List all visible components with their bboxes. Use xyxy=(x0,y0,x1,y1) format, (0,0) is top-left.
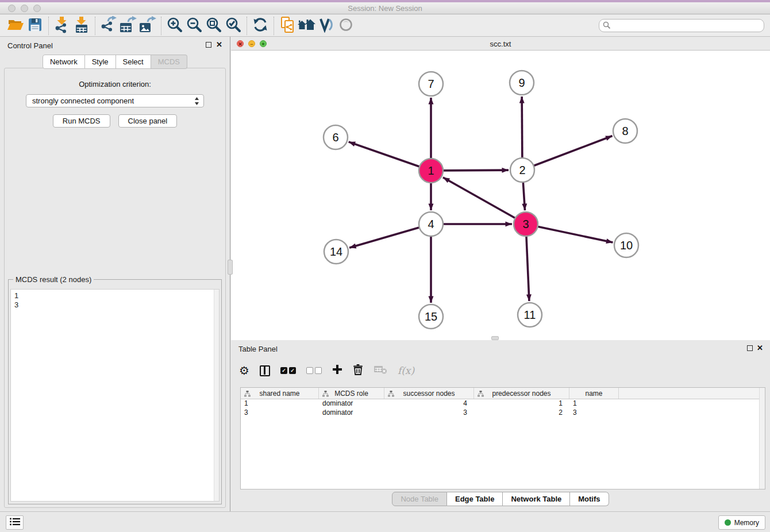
graph-node-label: 14 xyxy=(330,245,342,258)
export-image-button[interactable] xyxy=(138,17,157,35)
import-table-icon xyxy=(74,16,90,36)
deselect-all-columns-button[interactable] xyxy=(306,367,322,374)
vertical-splitter-handle[interactable] xyxy=(228,260,233,275)
network-file-button[interactable] xyxy=(278,17,297,35)
float-panel-icon[interactable] xyxy=(206,42,211,48)
open-session-button[interactable] xyxy=(6,17,25,35)
node-table[interactable]: shared name MCDS role successor nodes pr… xyxy=(240,387,765,489)
float-panel-icon[interactable] xyxy=(747,345,753,351)
toolbar-separator xyxy=(161,17,161,35)
table-panel-title: Table Panel xyxy=(238,345,278,353)
network-view-window: ✕ − + scc.txt 1234678910111415 xyxy=(231,37,770,340)
delete-column-button[interactable] xyxy=(353,364,363,377)
refresh-icon xyxy=(252,17,268,35)
result-line: 1 xyxy=(14,291,215,300)
tab-network-table[interactable]: Network Table xyxy=(503,492,570,506)
network-canvas[interactable]: 1234678910111415 xyxy=(231,51,770,340)
column-header-name[interactable]: name xyxy=(569,388,619,399)
mcds-result-fieldset: MCDS result (2 nodes) 1 3 xyxy=(8,279,222,504)
zoom-fit-button[interactable] xyxy=(204,17,224,35)
export-table-button[interactable] xyxy=(118,17,138,35)
select-all-columns-button[interactable]: ✓✓ xyxy=(280,367,296,374)
table-row[interactable]: 3 dominator 3 2 3 xyxy=(241,408,765,418)
plus-icon xyxy=(332,364,342,377)
mcds-buttons: Run MCDS Close panel xyxy=(5,114,225,128)
close-panel-icon[interactable]: ✕ xyxy=(757,344,763,352)
optimization-criterion-select[interactable]: strongly connected component xyxy=(26,94,204,107)
export-network-button[interactable] xyxy=(99,17,118,35)
zoom-in-button[interactable] xyxy=(165,17,184,35)
column-header-shared-name[interactable]: shared name xyxy=(241,388,319,399)
zoom-out-icon xyxy=(186,17,202,35)
cell-predecessor-nodes: 2 xyxy=(474,408,569,418)
search-icon xyxy=(603,21,611,32)
tab-node-table[interactable]: Node Table xyxy=(392,492,447,506)
import-table-button[interactable] xyxy=(72,17,91,35)
zoom-out-button[interactable] xyxy=(184,17,204,35)
graphics-details-button[interactable] xyxy=(317,17,336,35)
memory-button[interactable]: Memory xyxy=(718,515,765,530)
refresh-view-button[interactable] xyxy=(251,17,270,35)
search-field-wrap xyxy=(599,19,764,32)
column-header-mcds-role[interactable]: MCDS role xyxy=(319,388,384,399)
graph-node-label: 4 xyxy=(428,218,434,230)
toolbar-separator xyxy=(48,17,49,35)
tab-motifs[interactable]: Motifs xyxy=(570,492,609,506)
titlebar: Session: New Session xyxy=(0,2,770,14)
graph-node-label: 1 xyxy=(428,164,434,177)
close-panel-button[interactable]: Close panel xyxy=(118,114,178,128)
table-row[interactable]: 1 dominator 4 1 1 xyxy=(241,399,765,408)
cell-shared-name: 3 xyxy=(241,408,319,418)
trash-icon xyxy=(353,364,363,377)
mcds-result-title: MCDS result (2 nodes) xyxy=(13,275,94,284)
graph-node-label: 8 xyxy=(622,125,628,137)
optimization-criterion-label: Optimization criterion: xyxy=(5,80,225,88)
table-settings-button[interactable]: ⚙ xyxy=(239,365,249,376)
tab-mcds[interactable]: MCDS xyxy=(151,55,187,69)
unchecked-boxes-icon xyxy=(306,367,322,374)
column-label: shared name xyxy=(259,390,299,398)
graph-edge-3-10[interactable] xyxy=(526,224,613,242)
tab-style[interactable]: Style xyxy=(85,55,116,69)
cell-predecessor-nodes: 1 xyxy=(474,399,569,408)
horizontal-splitter-handle[interactable] xyxy=(491,336,499,340)
column-header-predecessor-nodes[interactable]: predecessor nodes xyxy=(474,388,569,399)
search-input[interactable] xyxy=(599,19,764,32)
home-button[interactable] xyxy=(297,17,317,35)
zoom-fit-icon xyxy=(206,17,222,35)
result-scrollbar[interactable] xyxy=(214,290,219,501)
run-mcds-button[interactable]: Run MCDS xyxy=(53,114,110,128)
graph-edge-3-1[interactable] xyxy=(443,178,526,224)
result-line: 3 xyxy=(14,300,215,310)
save-session-button[interactable] xyxy=(25,17,45,35)
function-builder-button[interactable]: f(x) xyxy=(398,365,414,376)
close-panel-icon[interactable]: ✕ xyxy=(216,40,222,49)
graph-edge-1-6[interactable] xyxy=(349,142,431,171)
cell-name: 3 xyxy=(569,408,619,418)
list-icon xyxy=(9,517,21,529)
main-toolbar xyxy=(0,15,770,37)
eye-button[interactable] xyxy=(336,17,356,35)
tab-select[interactable]: Select xyxy=(116,55,151,69)
table-panel-header: Table Panel ✕ xyxy=(231,340,770,357)
mcds-result-text[interactable]: 1 3 xyxy=(10,289,220,502)
zoom-in-icon xyxy=(167,17,183,35)
network-graph[interactable]: 1234678910111415 xyxy=(231,51,770,340)
fx-icon: f(x) xyxy=(398,365,414,376)
import-network-button[interactable] xyxy=(52,17,72,35)
checked-boxes-icon: ✓✓ xyxy=(280,367,296,374)
show-columns-button[interactable] xyxy=(260,365,270,376)
delete-table-button[interactable] xyxy=(374,364,387,377)
table-scrollbar[interactable] xyxy=(759,388,765,489)
create-column-button[interactable] xyxy=(332,364,342,377)
graph-edge-2-8[interactable] xyxy=(522,136,613,170)
hierarchy-icon xyxy=(478,391,484,399)
column-label: MCDS role xyxy=(334,390,368,398)
tab-edge-table[interactable]: Edge Table xyxy=(447,492,503,506)
save-icon xyxy=(28,17,43,34)
task-history-button[interactable] xyxy=(6,515,24,530)
tab-network[interactable]: Network xyxy=(43,55,85,69)
control-panel: Control Panel ✕ Network Style Select MCD… xyxy=(0,37,230,511)
column-header-successor-nodes[interactable]: successor nodes xyxy=(384,388,474,399)
zoom-selected-button[interactable] xyxy=(224,17,243,35)
